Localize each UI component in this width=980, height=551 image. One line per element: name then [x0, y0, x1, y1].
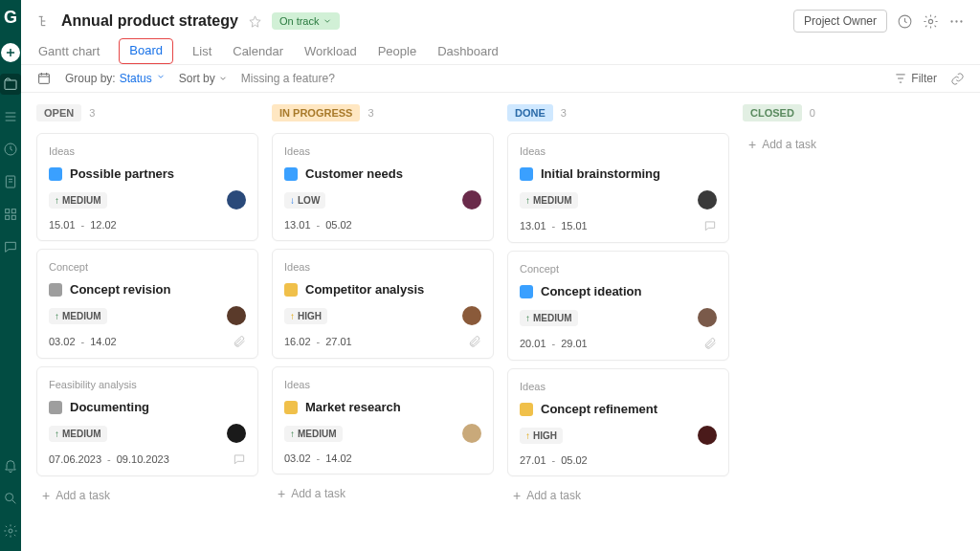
priority-label: MEDIUM: [533, 313, 572, 323]
sidebar-chat-icon[interactable]: [0, 236, 21, 257]
date-separator: -: [81, 219, 85, 231]
card-title: Concept revision: [70, 282, 170, 297]
sidebar-add-icon[interactable]: [1, 43, 20, 62]
column-open: OPEN3IdeasPossible partners↑MEDIUM15.01-…: [36, 104, 258, 540]
star-icon[interactable]: [248, 14, 262, 29]
history-icon[interactable]: [897, 13, 913, 30]
column-label: CLOSED: [743, 104, 802, 121]
date-separator: -: [552, 338, 556, 349]
date-range: 03.02-14.02: [49, 335, 246, 348]
task-card[interactable]: Feasibility analysisDocumenting↑MEDIUM07…: [36, 366, 258, 476]
assignee-avatar[interactable]: [462, 190, 481, 209]
tab-workload[interactable]: Workload: [302, 38, 359, 64]
more-icon[interactable]: [948, 13, 965, 30]
end-date: 29.01: [561, 338, 588, 349]
card-title-row: Market research: [284, 400, 481, 414]
assignee-avatar[interactable]: [698, 426, 717, 445]
column-count: 3: [89, 107, 95, 119]
plus-icon: +: [278, 486, 285, 501]
column-in-progress: IN PROGRESS3IdeasCustomer needs↓LOW13.01…: [272, 104, 494, 540]
card-title: Customer needs: [305, 166, 403, 181]
attachment-icon[interactable]: [233, 335, 246, 348]
calendar-toggle-icon[interactable]: [36, 71, 52, 86]
attachment-icon[interactable]: [468, 335, 481, 348]
priority-badge: ↑HIGH: [520, 428, 563, 444]
task-card[interactable]: IdeasInitial brainstorming↑MEDIUM13.01-1…: [507, 133, 729, 243]
priority-label: LOW: [298, 195, 320, 206]
add-task-button[interactable]: +Add a task: [36, 484, 258, 507]
start-date: 03.02: [284, 452, 311, 464]
card-meta-row: ↑MEDIUM: [49, 424, 246, 443]
task-card[interactable]: ConceptConcept revision↑MEDIUM03.02-14.0…: [36, 249, 258, 359]
arrow-up-icon: ↑: [55, 195, 59, 206]
priority-label: HIGH: [533, 430, 557, 441]
sidebar-settings-icon[interactable]: [0, 520, 21, 541]
task-card[interactable]: IdeasMarket research↑MEDIUM03.02-14.02: [272, 366, 494, 474]
task-card[interactable]: IdeasCustomer needs↓LOW13.01-05.02: [272, 133, 494, 241]
card-category: Concept: [49, 261, 246, 273]
card-category: Ideas: [284, 145, 481, 157]
link-icon[interactable]: [950, 72, 965, 86]
card-title-row: Initial brainstorming: [520, 166, 717, 181]
start-date: 20.01: [520, 338, 546, 349]
sidebar-bell-icon[interactable]: [0, 455, 21, 476]
groupby[interactable]: Group by: Status: [65, 72, 166, 85]
sidebar-list-icon[interactable]: [0, 106, 21, 127]
task-card[interactable]: IdeasCompetitor analysis↑HIGH16.02-27.01: [272, 249, 494, 359]
settings-icon[interactable]: [923, 13, 939, 30]
category-chip-icon: [520, 167, 533, 181]
priority-label: MEDIUM: [62, 311, 101, 321]
sidebar-time-icon[interactable]: [0, 139, 21, 160]
add-task-button[interactable]: +Add a task: [272, 482, 494, 505]
assignee-avatar[interactable]: [698, 308, 717, 327]
sidebar-search-icon[interactable]: [0, 488, 21, 509]
comment-icon[interactable]: [703, 219, 717, 232]
task-card[interactable]: ConceptConcept ideation↑MEDIUM20.01-29.0…: [507, 251, 729, 361]
tab-gantt-chart[interactable]: Gantt chart: [36, 38, 101, 64]
sortby[interactable]: Sort by: [179, 72, 228, 85]
tab-dashboard[interactable]: Dashboard: [435, 38, 501, 64]
task-card[interactable]: IdeasPossible partners↑MEDIUM15.01-12.02: [36, 133, 258, 241]
task-card[interactable]: IdeasConcept refinement↑HIGH27.01-05.02: [507, 368, 729, 476]
card-meta-row: ↑MEDIUM: [49, 306, 246, 325]
filter-button[interactable]: Filter: [894, 72, 937, 85]
sidebar-grid-icon[interactable]: [0, 204, 21, 225]
date-range: 13.01-05.02: [284, 219, 481, 231]
tab-board[interactable]: Board: [119, 38, 173, 64]
add-task-label: Add a task: [762, 138, 816, 151]
card-title-row: Customer needs: [284, 166, 481, 181]
priority-label: MEDIUM: [62, 429, 101, 439]
missing-feature-link[interactable]: Missing a feature?: [241, 72, 335, 85]
assignee-avatar[interactable]: [227, 424, 246, 443]
hierarchy-icon[interactable]: [36, 13, 52, 29]
category-chip-icon: [520, 285, 533, 298]
attachment-icon[interactable]: [703, 337, 717, 350]
comment-icon[interactable]: [233, 452, 246, 466]
assignee-avatar[interactable]: [698, 190, 717, 209]
card-title-row: Concept ideation: [520, 284, 717, 298]
status-pill[interactable]: On track: [272, 12, 341, 30]
tab-calendar[interactable]: Calendar: [231, 38, 285, 64]
priority-label: MEDIUM: [298, 429, 337, 439]
project-owner-button[interactable]: Project Owner: [793, 10, 887, 33]
tab-list[interactable]: List: [190, 38, 213, 64]
tab-people[interactable]: People: [376, 38, 418, 64]
svg-point-13: [960, 20, 962, 22]
sidebar-projects-icon[interactable]: [0, 74, 21, 95]
svg-rect-3: [6, 209, 10, 213]
arrow-up-icon: ↑: [290, 429, 295, 439]
assignee-avatar[interactable]: [462, 306, 481, 325]
card-title: Initial brainstorming: [541, 166, 660, 181]
card-meta-row: ↑MEDIUM: [284, 424, 481, 443]
start-date: 03.02: [49, 336, 76, 347]
add-task-button[interactable]: +Add a task: [507, 484, 729, 507]
date-separator: -: [552, 454, 556, 466]
assignee-avatar[interactable]: [462, 424, 481, 443]
date-range: 13.01-15.01: [520, 219, 717, 232]
add-task-button[interactable]: +Add a task: [743, 133, 965, 156]
sidebar-report-icon[interactable]: [0, 171, 21, 192]
column-label: OPEN: [36, 104, 81, 121]
assignee-avatar[interactable]: [227, 190, 246, 209]
assignee-avatar[interactable]: [227, 306, 246, 325]
arrow-up-icon: ↑: [525, 430, 530, 441]
